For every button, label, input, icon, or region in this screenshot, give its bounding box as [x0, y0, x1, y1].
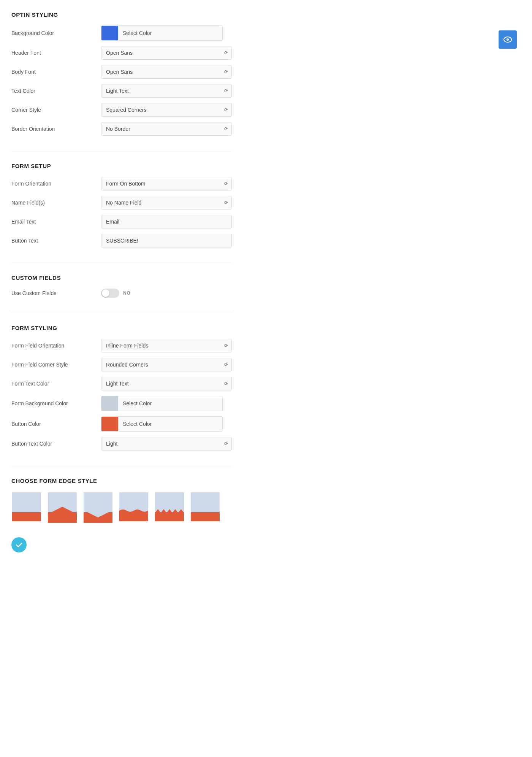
- button-text-input[interactable]: [101, 234, 232, 248]
- email-text-input[interactable]: [101, 215, 232, 229]
- checkmark-icon: [15, 541, 23, 549]
- edge-lower-notch-up: [48, 512, 77, 523]
- eye-icon: [504, 37, 512, 43]
- wave-svg: [119, 508, 148, 513]
- form-field-corner-style-select[interactable]: Rounded Corners Squared Corners: [101, 358, 232, 371]
- form-background-color-control: Select Color: [101, 396, 232, 411]
- form-setup-section: FORM SETUP Form Orientation Form On Bott…: [11, 163, 232, 248]
- form-field-orientation-label: Form Field Orientation: [11, 343, 95, 349]
- text-color-control: Light Text Dark Text ⟳: [101, 84, 232, 98]
- email-text-row: Email Text: [11, 215, 232, 229]
- edge-option-wave[interactable]: [119, 492, 149, 522]
- body-font-row: Body Font Open Sans Arial Georgia ⟳: [11, 65, 232, 79]
- header-font-control: Open Sans Arial Georgia Helvetica Lato R…: [101, 46, 232, 60]
- divider-2: [11, 263, 232, 263]
- divider-4: [11, 466, 232, 466]
- edge-style-title: CHOOSE FORM EDGE STYLE: [11, 478, 232, 484]
- edge-lower-straight: [191, 512, 220, 522]
- button-color-button[interactable]: Select Color: [118, 417, 222, 430]
- header-font-select[interactable]: Open Sans Arial Georgia Helvetica Lato R…: [101, 46, 232, 60]
- button-text-color-select-wrapper: Light Dark ⟳: [101, 437, 232, 451]
- form-styling-title: FORM STYLING: [11, 325, 232, 331]
- text-color-select[interactable]: Light Text Dark Text: [101, 84, 232, 98]
- edge-option-zigzag[interactable]: [154, 492, 185, 522]
- form-field-orientation-select[interactable]: Inline Form Fields Stacked Form Fields: [101, 339, 232, 352]
- corner-style-select-wrapper: Squared Corners Rounded Corners ⟳: [101, 103, 232, 117]
- button-text-color-select[interactable]: Light Dark: [101, 437, 232, 451]
- button-color-label: Button Color: [11, 421, 95, 427]
- form-text-color-select[interactable]: Light Text Dark Text: [101, 377, 232, 390]
- header-font-select-wrapper: Open Sans Arial Georgia Helvetica Lato R…: [101, 46, 232, 60]
- background-color-control: Select Color: [101, 25, 232, 41]
- border-orientation-select-wrapper: No Border Left Border Right Border Top B…: [101, 122, 232, 136]
- form-orientation-row: Form Orientation Form On Bottom Form On …: [11, 177, 232, 190]
- name-fields-row: Name Field(s) No Name Field First Name O…: [11, 196, 232, 209]
- form-field-corner-style-control: Rounded Corners Squared Corners ⟳: [101, 358, 232, 371]
- border-orientation-control: No Border Left Border Right Border Top B…: [101, 122, 232, 136]
- divider-1: [11, 151, 232, 151]
- body-font-label: Body Font: [11, 69, 95, 75]
- custom-fields-toggle-wrapper: NO: [101, 289, 232, 298]
- form-orientation-label: Form Orientation: [11, 181, 95, 187]
- text-color-row: Text Color Light Text Dark Text ⟳: [11, 84, 232, 98]
- edge-lower-zigzag: [155, 512, 184, 522]
- use-custom-fields-row: Use Custom Fields NO: [11, 289, 232, 298]
- edge-upper-notch-down: [84, 492, 112, 512]
- form-field-corner-style-row: Form Field Corner Style Rounded Corners …: [11, 358, 232, 371]
- name-fields-label: Name Field(s): [11, 200, 95, 206]
- edge-style-section: CHOOSE FORM EDGE STYLE: [11, 478, 232, 522]
- form-background-color-picker[interactable]: Select Color: [101, 396, 223, 411]
- button-text-color-row: Button Text Color Light Dark ⟳: [11, 437, 232, 451]
- divider-3: [11, 313, 232, 313]
- edge-option-flat[interactable]: [11, 492, 42, 522]
- edge-option-notch-down[interactable]: [83, 492, 113, 522]
- background-color-button[interactable]: Select Color: [118, 27, 222, 40]
- button-color-control: Select Color: [101, 416, 232, 432]
- button-color-row: Button Color Select Color: [11, 416, 232, 432]
- edge-lower-flat: [12, 512, 41, 522]
- optin-styling-title: OPTIN STYLING: [11, 11, 232, 18]
- use-custom-fields-label: Use Custom Fields: [11, 290, 95, 296]
- name-fields-control: No Name Field First Name Only First and …: [101, 196, 232, 209]
- edge-option-straight[interactable]: [190, 492, 220, 522]
- background-color-picker[interactable]: Select Color: [101, 25, 223, 41]
- form-text-color-select-wrapper: Light Text Dark Text ⟳: [101, 377, 232, 390]
- edge-upper-flat: [12, 492, 41, 512]
- custom-fields-section: CUSTOM FIELDS Use Custom Fields NO: [11, 275, 232, 298]
- form-text-color-control: Light Text Dark Text ⟳: [101, 377, 232, 390]
- notch-up-triangle: [52, 507, 73, 512]
- edge-option-notch-up[interactable]: [47, 492, 78, 522]
- form-text-color-row: Form Text Color Light Text Dark Text ⟳: [11, 377, 232, 390]
- form-orientation-select[interactable]: Form On Bottom Form On Top Form On Left …: [101, 177, 232, 190]
- form-setup-title: FORM SETUP: [11, 163, 232, 169]
- form-field-orientation-row: Form Field Orientation Inline Form Field…: [11, 339, 232, 352]
- preview-eye-button[interactable]: [499, 30, 517, 49]
- body-font-select[interactable]: Open Sans Arial Georgia: [101, 65, 232, 79]
- text-color-label: Text Color: [11, 88, 95, 94]
- form-styling-section: FORM STYLING Form Field Orientation Inli…: [11, 325, 232, 451]
- text-color-select-wrapper: Light Text Dark Text ⟳: [101, 84, 232, 98]
- save-checkmark-button[interactable]: [11, 537, 27, 552]
- form-field-corner-style-select-wrapper: Rounded Corners Squared Corners ⟳: [101, 358, 232, 371]
- email-text-control: [101, 215, 232, 229]
- button-text-row: Button Text: [11, 234, 232, 248]
- border-orientation-row: Border Orientation No Border Left Border…: [11, 122, 232, 136]
- border-orientation-label: Border Orientation: [11, 126, 95, 132]
- optin-styling-section: OPTIN STYLING Background Color Select Co…: [11, 11, 232, 136]
- custom-fields-title: CUSTOM FIELDS: [11, 275, 232, 281]
- border-orientation-select[interactable]: No Border Left Border Right Border Top B…: [101, 122, 232, 136]
- body-font-control: Open Sans Arial Georgia ⟳: [101, 65, 232, 79]
- edge-lower-wave: [119, 512, 148, 522]
- form-orientation-select-wrapper: Form On Bottom Form On Top Form On Left …: [101, 177, 232, 190]
- toggle-thumb: [102, 289, 109, 297]
- background-color-swatch: [101, 26, 118, 40]
- name-fields-select-wrapper: No Name Field First Name Only First and …: [101, 196, 232, 209]
- form-field-orientation-select-wrapper: Inline Form Fields Stacked Form Fields ⟳: [101, 339, 232, 352]
- button-color-picker[interactable]: Select Color: [101, 416, 223, 432]
- corner-style-control: Squared Corners Rounded Corners ⟳: [101, 103, 232, 117]
- corner-style-select[interactable]: Squared Corners Rounded Corners: [101, 103, 232, 117]
- form-background-color-button[interactable]: Select Color: [118, 397, 222, 410]
- name-fields-select[interactable]: No Name Field First Name Only First and …: [101, 196, 232, 209]
- form-text-color-label: Form Text Color: [11, 381, 95, 387]
- custom-fields-toggle[interactable]: [101, 289, 119, 298]
